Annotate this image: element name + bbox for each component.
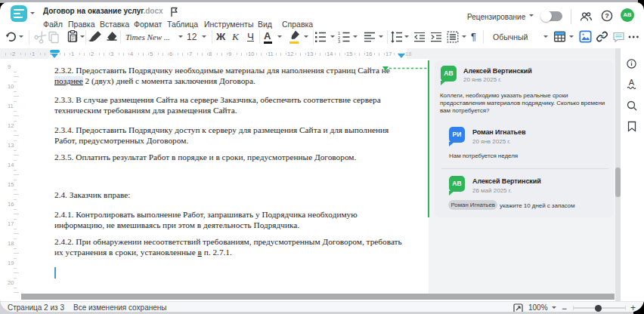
svg-text:3: 3	[338, 39, 340, 43]
svg-text:?: ?	[605, 12, 609, 20]
svg-text:А: А	[629, 78, 635, 87]
